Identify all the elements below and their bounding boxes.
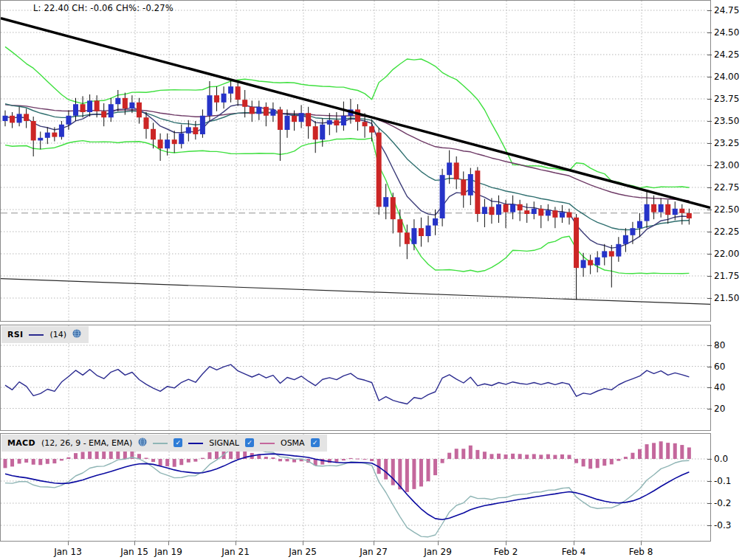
rsi-line-swatch (29, 334, 44, 336)
ema-21-line (5, 104, 689, 230)
candle-body (518, 204, 523, 210)
osma-histogram-bar (497, 454, 501, 459)
osma-histogram-bar (666, 443, 670, 459)
y-axis-tick-label: 22.00 (714, 249, 739, 259)
candle-body (679, 209, 684, 213)
x-axis-tick (438, 542, 439, 545)
candle-body (391, 197, 396, 219)
x-axis-date-label: Jan 19 (142, 547, 194, 557)
osma-histogram-bar (419, 459, 423, 486)
osma-line-swatch (260, 443, 275, 444)
candle-body (264, 107, 269, 116)
candle-body (405, 232, 410, 244)
osma-histogram-bar (348, 458, 352, 459)
candle-body (574, 218, 579, 268)
candle-body (3, 116, 8, 121)
macd-line (5, 448, 689, 537)
candle-body (581, 260, 586, 268)
y-axis-tick-label: -0.3 (714, 520, 731, 530)
x-axis-date-label: Feb 8 (615, 547, 667, 557)
candle-body (524, 210, 529, 214)
candle-body (38, 138, 43, 141)
osma-histogram-bar (193, 459, 197, 462)
osma-histogram-bar (363, 459, 367, 460)
y-axis-tick-label: 23.75 (714, 94, 739, 104)
upper-trendline (1, 18, 710, 208)
x-axis-date-label: Feb 4 (548, 547, 600, 557)
rsi-settings-globe-icon[interactable] (72, 329, 81, 340)
y-axis-tick-label: 24.75 (714, 5, 739, 15)
macd-settings-globe-icon[interactable] (138, 438, 147, 449)
macd-line-checkbox[interactable] (174, 438, 182, 447)
x-axis-tick (641, 542, 642, 545)
osma-histogram-bar (560, 454, 564, 459)
osma-histogram-bar (427, 459, 430, 481)
x-axis-date-label: Jan 27 (348, 547, 399, 557)
x-axis-tick (303, 542, 303, 545)
y-axis-tick-label: 80 (714, 340, 725, 350)
candle-body (115, 98, 120, 104)
ema-8-line (5, 105, 689, 248)
osma-histogram-bar (596, 459, 600, 468)
osma-histogram-bar (179, 459, 183, 465)
candle-body (10, 116, 15, 123)
osma-histogram-bar (38, 459, 42, 465)
osma-histogram-bar (532, 454, 536, 459)
candle-body (595, 257, 600, 266)
candle-body (489, 207, 494, 215)
osma-histogram-bar (631, 453, 634, 459)
x-axis-tick (574, 542, 574, 545)
candle-body (129, 103, 134, 108)
candle-body (369, 126, 374, 132)
osma-histogram-bar (638, 449, 642, 459)
y-axis-tick-label: 60 (714, 362, 725, 372)
x-axis-tick (374, 542, 374, 545)
candle-body (475, 170, 480, 214)
candle-body (482, 207, 487, 214)
candle-body (80, 104, 86, 112)
candle-body (609, 251, 614, 256)
candle-body (73, 104, 78, 116)
macd-legend: MACD (12, 26, 9 - EMA, EMA) SIGNAL OSMA (1, 435, 327, 452)
osma-histogram-bar (102, 452, 106, 459)
osma-histogram-bar (455, 449, 458, 459)
candle-body (186, 127, 191, 133)
candle-body (623, 235, 628, 244)
osma-histogram-bar (525, 454, 529, 459)
macd-panel: MACD (12, 26, 9 - EMA, EMA) SIGNAL OSMA (0, 433, 711, 542)
candle-body (468, 174, 473, 196)
candle-body (496, 204, 501, 215)
y-axis-tick-label: 24.50 (714, 27, 739, 38)
macd-label: MACD (7, 438, 35, 448)
candle-body (665, 204, 670, 215)
osma-histogram-bar (123, 451, 127, 459)
osma-histogram-bar (412, 459, 416, 489)
candle-body (532, 209, 537, 214)
x-axis-tick (236, 542, 236, 545)
ema-55-line (5, 105, 689, 201)
rsi-legend: RSI (14) (1, 326, 89, 343)
x-axis-date-label: Feb 2 (480, 547, 532, 557)
osma-histogram-bar (469, 446, 473, 459)
osma-label: OSMA (281, 438, 305, 448)
osma-histogram-bar (24, 459, 28, 463)
osma-checkbox[interactable] (311, 438, 320, 447)
candle-body (285, 116, 290, 130)
osma-histogram-bar (680, 445, 684, 459)
candle-body (419, 228, 424, 236)
candle-body (200, 116, 205, 134)
osma-histogram-bar (645, 444, 649, 459)
candle-body (426, 226, 431, 236)
candle-body (673, 209, 678, 215)
osma-histogram-bar (18, 459, 21, 463)
osma-histogram-bar (4, 459, 7, 468)
signal-checkbox[interactable] (245, 438, 254, 447)
osma-histogram-bar (342, 459, 346, 460)
osma-histogram-bar (483, 452, 487, 459)
candle-body (256, 107, 261, 114)
y-axis-tick-label: 40 (714, 382, 725, 393)
lower-trendline (1, 279, 710, 305)
candle-body (355, 109, 360, 122)
osma-histogram-bar (659, 441, 663, 459)
candle-body (630, 228, 635, 235)
